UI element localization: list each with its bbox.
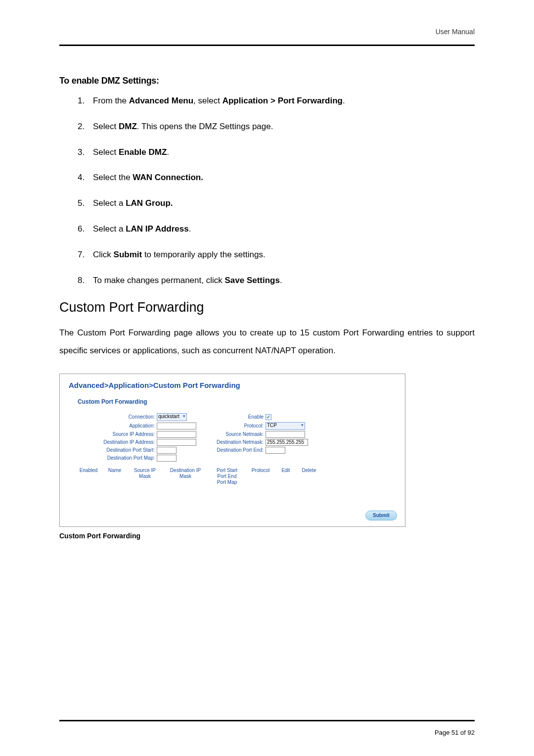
page-content: To enable DMZ Settings: From the Advance… bbox=[59, 76, 475, 540]
label-dest-port-start: Destination Port Start: bbox=[78, 447, 157, 453]
embedded-screenshot: Advanced>Application>Custom Port Forward… bbox=[59, 374, 405, 527]
enable-checkbox[interactable]: ✓ bbox=[266, 414, 271, 420]
step-4: Select the WAN Connection. bbox=[87, 172, 475, 184]
source-ip-input[interactable] bbox=[157, 431, 196, 438]
steps-list: From the Advanced Menu, select Applicati… bbox=[87, 95, 475, 286]
step-6: Select a LAN IP Address. bbox=[87, 223, 475, 235]
th-ports: Port Start Port End Port Map bbox=[211, 468, 243, 485]
dest-port-end-input[interactable] bbox=[266, 447, 285, 454]
label-connection: Connection: bbox=[78, 414, 157, 420]
section-title: To enable DMZ Settings: bbox=[59, 76, 475, 86]
th-protocol: Protocol bbox=[249, 468, 272, 485]
th-edit: Edit bbox=[278, 468, 293, 485]
dest-netmask-input[interactable] bbox=[266, 439, 308, 446]
subsection-heading: Custom Port Forwarding bbox=[59, 300, 475, 315]
dest-ip-input[interactable] bbox=[157, 439, 196, 446]
step-8: To make changes permanent, click Save Se… bbox=[87, 275, 475, 286]
label-dest-ip: Destination IP Address: bbox=[78, 439, 157, 445]
th-delete: Delete bbox=[299, 468, 319, 485]
label-dest-netmask: Destination Netmask: bbox=[201, 439, 266, 445]
panel-title: Custom Port Forwarding bbox=[60, 391, 405, 410]
label-protocol: Protocol: bbox=[201, 423, 266, 428]
th-enabled: Enabled bbox=[78, 468, 99, 485]
label-dest-port-end: Destination Port End: bbox=[201, 447, 266, 453]
label-dest-port-map: Destination Port Map: bbox=[78, 455, 157, 461]
table-header-row: Enabled Name Source IP Mask Destination … bbox=[60, 463, 405, 485]
screenshot-caption: Custom Port Forwarding bbox=[59, 532, 475, 540]
label-source-ip: Source IP Address: bbox=[78, 431, 157, 437]
label-application: Application: bbox=[78, 423, 157, 428]
submit-button[interactable]: Submit bbox=[365, 511, 397, 520]
protocol-select[interactable]: TCP bbox=[266, 422, 305, 430]
step-5: Select a LAN Group. bbox=[87, 197, 475, 209]
th-dest-ip: Destination IP Mask bbox=[166, 468, 205, 485]
step-3: Select Enable DMZ. bbox=[87, 146, 475, 158]
breadcrumb: Advanced>Application>Custom Port Forward… bbox=[60, 374, 405, 391]
page-number: Page 51 of 92 bbox=[435, 729, 475, 736]
source-netmask-input[interactable] bbox=[266, 431, 305, 438]
step-1: From the Advanced Menu, select Applicati… bbox=[87, 95, 475, 107]
connection-select[interactable]: quickstart bbox=[157, 413, 187, 421]
dest-port-map-input[interactable] bbox=[157, 455, 177, 462]
top-divider bbox=[59, 45, 475, 46]
label-enable: Enable bbox=[201, 414, 266, 420]
label-source-netmask: Source Netmask: bbox=[201, 431, 266, 437]
dest-port-start-input[interactable] bbox=[157, 447, 177, 454]
step-7: Click Submit to temporarily apply the se… bbox=[87, 249, 475, 261]
form-area: Connection: quickstart Enable ✓ Applicat… bbox=[60, 410, 405, 462]
bottom-divider bbox=[59, 720, 475, 721]
subsection-paragraph: The Custom Port Forwarding page allows y… bbox=[59, 324, 475, 359]
th-name: Name bbox=[105, 468, 124, 485]
th-source-ip: Source IP Mask bbox=[130, 468, 160, 485]
header-label: User Manual bbox=[436, 28, 475, 36]
application-input[interactable] bbox=[157, 423, 196, 429]
step-2: Select DMZ. This opens the DMZ Settings … bbox=[87, 121, 475, 133]
